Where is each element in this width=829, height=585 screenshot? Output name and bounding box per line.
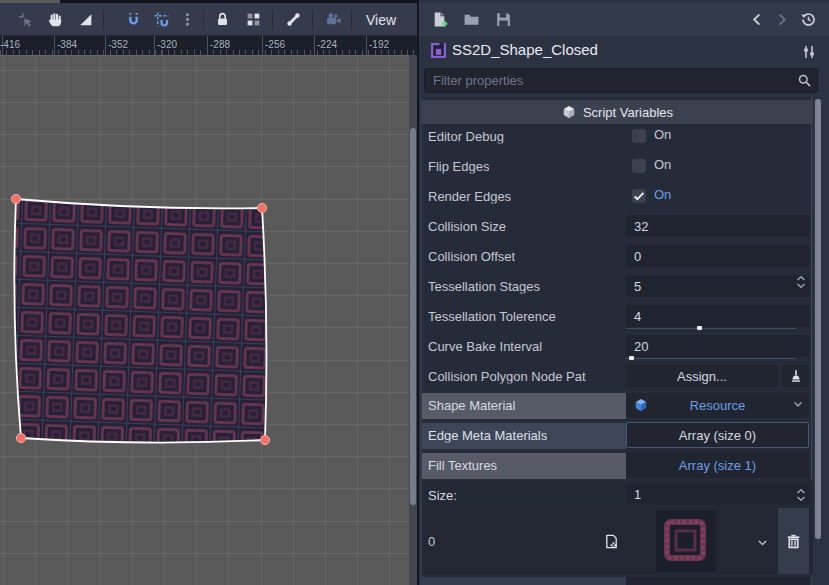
save-icon xyxy=(495,11,512,28)
flip-edges-checkbox[interactable] xyxy=(632,159,646,173)
property-row-render-edges: Render Edges On xyxy=(422,181,813,211)
next-property-row-partial xyxy=(422,577,626,585)
collision-offset-field[interactable]: 0 xyxy=(626,245,809,267)
snap-toggle-button[interactable] xyxy=(119,6,147,33)
spinner-updown-icon[interactable] xyxy=(794,487,808,503)
inspector-toolbar xyxy=(419,3,829,36)
view-menu-button[interactable]: View xyxy=(357,6,405,33)
ruler-label: -352 xyxy=(108,39,128,50)
editor-debug-checkbox[interactable] xyxy=(632,129,646,143)
property-row-collision-size: Collision Size 32 xyxy=(422,211,813,241)
curve-bake-slider[interactable] xyxy=(626,358,796,359)
camera-icon xyxy=(325,11,342,28)
canvas-toolbar: View xyxy=(0,3,417,36)
viewport-vertical-scrollbar[interactable] xyxy=(409,55,417,585)
assign-node-path-button[interactable]: Assign... xyxy=(626,365,778,387)
property-row-curve-bake-interval: Curve Bake Interval 20 xyxy=(422,331,813,361)
scrollbar-grabber[interactable] xyxy=(815,99,821,539)
property-row-tessellation-stages: Tessellation Stages 5 xyxy=(422,271,813,301)
delete-item-button[interactable] xyxy=(778,508,809,574)
group-icon xyxy=(245,11,262,28)
ruler-label: -256 xyxy=(265,39,285,50)
filter-properties-input[interactable] xyxy=(424,68,818,93)
select-tool-button[interactable] xyxy=(11,6,39,33)
chevron-down-icon[interactable] xyxy=(756,536,769,549)
property-row-fill-textures: Fill Textures Array (size 1) xyxy=(422,451,813,479)
ruler-tool-button[interactable] xyxy=(71,6,99,33)
property-label: Render Edges xyxy=(428,189,511,204)
tessellation-stages-spinbox[interactable]: 5 xyxy=(626,275,809,297)
toolbar-separator xyxy=(272,11,273,29)
pan-tool-button[interactable] xyxy=(41,6,69,33)
shape-material-resource-picker[interactable]: Resource xyxy=(626,393,809,417)
property-list: Script Variables Editor Debug On Flip Ed… xyxy=(421,97,812,585)
property-row-flip-edges: Flip Edges On xyxy=(422,151,813,181)
select-tool-icon xyxy=(17,11,34,28)
array-size-spinbox[interactable]: 1 xyxy=(626,483,809,505)
array-editor: Size: 1 0 xyxy=(422,480,813,575)
vertical-dots-icon xyxy=(179,11,196,28)
array-size-row: Size: 1 xyxy=(422,482,813,508)
array-item-index: 0 xyxy=(428,534,435,549)
edge-meta-materials-array-button[interactable]: Array (size 0) xyxy=(626,422,809,448)
inspector-scrollbar[interactable] xyxy=(814,97,822,585)
load-resource-button[interactable] xyxy=(457,6,485,33)
object-cube-icon xyxy=(562,105,576,119)
toolbar-separator xyxy=(351,11,352,29)
property-label: Shape Material xyxy=(428,398,515,413)
group-object-button[interactable] xyxy=(239,6,267,33)
property-label: Curve Bake Interval xyxy=(428,339,542,354)
object-history-button[interactable] xyxy=(794,6,822,33)
next-property-value-partial xyxy=(626,577,809,585)
edited-object-header: SS2D_Shape_Closed xyxy=(419,38,829,63)
pan-hand-icon xyxy=(47,11,64,28)
pick-node-button[interactable] xyxy=(782,365,809,387)
smart-snap-button[interactable] xyxy=(147,6,175,33)
property-label: Editor Debug xyxy=(428,129,504,144)
2d-canvas[interactable] xyxy=(0,55,409,585)
slider-grabber[interactable] xyxy=(697,326,702,330)
property-row-tessellation-tolerence: Tessellation Tolerence 4 xyxy=(422,301,813,331)
chevron-down-icon[interactable] xyxy=(792,398,804,410)
toolbar-separator xyxy=(312,11,313,29)
property-row-collision-polygon-node-path: Collision Polygon Node Pat Assign... xyxy=(422,361,813,391)
horizontal-ruler: -416 -384 -352 -320 -288 -256 -224 -192 xyxy=(0,36,417,55)
shape-node[interactable] xyxy=(0,55,409,585)
inspector-tools-button[interactable] xyxy=(795,38,823,65)
collision-size-field[interactable]: 32 xyxy=(626,215,809,237)
fill-textures-array-button[interactable]: Array (size 1) xyxy=(626,452,809,478)
ruler-icon xyxy=(77,11,94,28)
slider-grabber[interactable] xyxy=(629,356,634,360)
canvas-viewport[interactable]: View -416 -384 -352 -320 -288 -256 -224 … xyxy=(0,0,417,585)
resource-cube-icon xyxy=(634,398,648,412)
shape-node-icon xyxy=(430,42,447,59)
toolbar-separator xyxy=(103,11,104,29)
scrollbar-grabber[interactable] xyxy=(410,128,416,505)
edit-item-button[interactable] xyxy=(602,532,620,550)
property-value: On xyxy=(626,185,809,207)
property-label: Flip Edges xyxy=(428,159,489,174)
inspector-panel: SS2D_Shape_Closed xyxy=(419,0,829,585)
texture-preview-cell[interactable] xyxy=(656,510,716,572)
godot-editor-window: View -416 -384 -352 -320 -288 -256 -224 … xyxy=(0,0,829,585)
tolerence-slider[interactable] xyxy=(626,328,796,329)
skeleton-options-button[interactable] xyxy=(279,6,307,33)
new-resource-button[interactable] xyxy=(425,6,453,33)
property-value: On xyxy=(626,125,809,147)
render-edges-checkbox[interactable] xyxy=(632,189,646,203)
save-resource-button[interactable] xyxy=(489,6,517,33)
snap-options-button[interactable] xyxy=(173,6,201,33)
property-label: Fill Textures xyxy=(428,458,497,473)
spinner-updown-icon[interactable] xyxy=(794,274,808,290)
closed-shape-outline[interactable] xyxy=(14,199,266,443)
history-clock-icon xyxy=(800,11,817,28)
tessellation-tolerence-field[interactable]: 4 xyxy=(626,305,809,327)
camera-override-button[interactable] xyxy=(319,6,347,33)
history-forward-button[interactable] xyxy=(767,6,795,33)
property-row-shape-material: Shape Material Resource xyxy=(422,391,813,419)
resource-label: Resource xyxy=(690,398,746,413)
curve-bake-interval-field[interactable]: 20 xyxy=(626,335,809,357)
trash-icon xyxy=(785,533,802,550)
lock-object-button[interactable] xyxy=(208,6,236,33)
lock-icon xyxy=(214,11,231,28)
